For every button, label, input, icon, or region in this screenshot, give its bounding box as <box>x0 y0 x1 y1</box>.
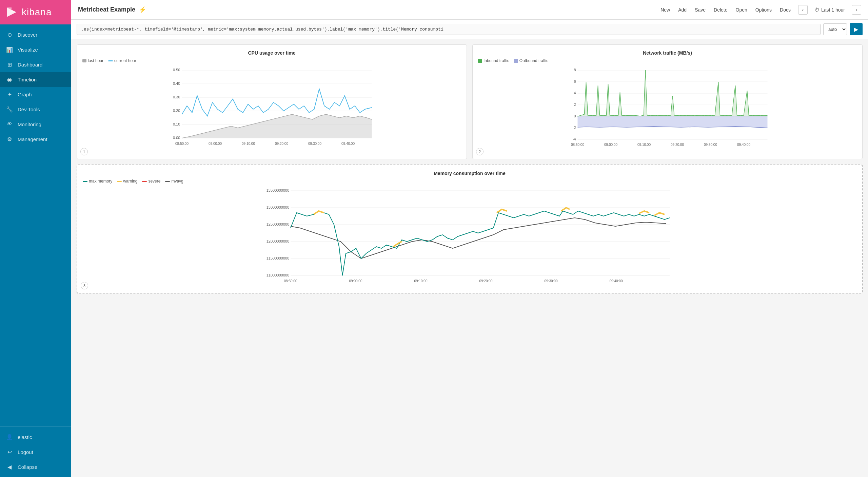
legend-label: current hour <box>114 58 136 63</box>
network-chart-svg-container: 8 6 4 2 0 -2 -4 <box>478 65 857 153</box>
query-bar: auto ▶ <box>71 20 868 39</box>
network-legend: Inbound traffic Outbound traffic <box>478 58 857 63</box>
gear-icon: ⚙ <box>6 136 13 142</box>
sidebar-item-label: Monitoring <box>18 121 41 127</box>
svg-text:09:10:00: 09:10:00 <box>637 143 651 147</box>
svg-text:09:30:00: 09:30:00 <box>545 279 558 283</box>
sidebar-item-label: Timelion <box>18 77 37 82</box>
sidebar-item-dashboard[interactable]: ⊞ Dashboard <box>0 57 71 72</box>
sidebar-nav: ⊙ Discover 📊 Visualize ⊞ Dashboard ◉ Tim… <box>0 24 71 426</box>
eye-icon: 👁 <box>6 121 13 128</box>
graph-icon: ✦ <box>6 91 13 98</box>
header-bar: Metricbeat Example ⚡ New Add Save Delete… <box>71 0 868 20</box>
svg-text:13500000000: 13500000000 <box>267 188 289 192</box>
main-content: Metricbeat Example ⚡ New Add Save Delete… <box>71 0 868 477</box>
legend-label: Outbound traffic <box>519 58 548 63</box>
legend-inbound: Inbound traffic <box>478 58 509 63</box>
sidebar-item-management[interactable]: ⚙ Management <box>0 132 71 147</box>
arrow-left-icon: ◀ <box>6 463 13 470</box>
sidebar-item-label: Logout <box>18 449 33 455</box>
sidebar-item-graph[interactable]: ✦ Graph <box>0 87 71 102</box>
legend-label: severe <box>148 179 160 184</box>
clock-icon: ⏱ <box>814 7 819 13</box>
query-input[interactable] <box>77 24 821 35</box>
svg-text:09:30:00: 09:30:00 <box>308 142 321 146</box>
legend-label: last hour <box>88 58 103 63</box>
svg-text:0.40: 0.40 <box>173 81 180 85</box>
run-button[interactable]: ▶ <box>850 23 863 35</box>
svg-text:09:00:00: 09:00:00 <box>349 279 362 283</box>
sidebar-item-collapse[interactable]: ◀ Collapse <box>0 459 71 474</box>
svg-text:0: 0 <box>574 114 576 118</box>
svg-text:0.20: 0.20 <box>173 109 180 113</box>
legend-last-hour: last hour <box>82 58 103 63</box>
cpu-chart-svg-container: 0.50 0.40 0.30 0.20 0.10 0.00 <box>82 65 461 153</box>
auto-select[interactable]: auto <box>823 23 847 35</box>
legend-mvavg: mvavg <box>165 179 183 184</box>
user-icon: 👤 <box>6 434 13 440</box>
sidebar-bottom: 👤 elastic ↩ Logout ◀ Collapse <box>0 426 71 477</box>
network-chart-panel: Network traffic (MB/s) Inbound traffic O… <box>472 44 863 159</box>
svg-text:2: 2 <box>574 102 576 107</box>
run-icon: ▶ <box>854 26 858 33</box>
svg-text:13000000000: 13000000000 <box>267 205 289 209</box>
memory-chart-title: Memory consumption over time <box>83 171 856 176</box>
svg-text:08:50:00: 08:50:00 <box>175 142 189 146</box>
top-charts-row: CPU usage over time last hour current ho… <box>77 44 863 159</box>
cpu-chart-panel: CPU usage over time last hour current ho… <box>77 44 467 159</box>
svg-text:-4: -4 <box>573 137 576 141</box>
svg-text:09:10:00: 09:10:00 <box>414 279 428 283</box>
sidebar-item-visualize[interactable]: 📊 Visualize <box>0 42 71 57</box>
sidebar-item-devtools[interactable]: 🔧 Dev Tools <box>0 102 71 117</box>
logout-icon: ↩ <box>6 449 13 455</box>
svg-text:4: 4 <box>574 91 576 95</box>
svg-text:0.30: 0.30 <box>173 95 180 99</box>
grid-icon: ⊞ <box>6 61 13 68</box>
options-button[interactable]: Options <box>755 6 772 14</box>
compass-icon: ⊙ <box>6 31 13 38</box>
sidebar-item-user[interactable]: 👤 elastic <box>0 430 71 444</box>
sidebar-item-label: Visualize <box>18 47 38 53</box>
svg-text:08:50:00: 08:50:00 <box>571 143 584 147</box>
sidebar-item-label: Dashboard <box>18 62 42 68</box>
svg-text:8: 8 <box>574 68 576 72</box>
sidebar: kibana ⊙ Discover 📊 Visualize ⊞ Dashboar… <box>0 0 71 477</box>
logo-text: kibana <box>22 7 52 18</box>
page-title: Metricbeat Example <box>78 6 135 13</box>
sidebar-item-monitoring[interactable]: 👁 Monitoring <box>0 117 71 132</box>
svg-text:09:40:00: 09:40:00 <box>737 143 750 147</box>
svg-text:0.00: 0.00 <box>173 136 180 140</box>
legend-label: Inbound traffic <box>484 58 509 63</box>
sidebar-item-label: elastic <box>18 434 32 440</box>
sidebar-item-logout[interactable]: ↩ Logout <box>0 444 71 459</box>
docs-button[interactable]: Docs <box>779 6 791 14</box>
open-button[interactable]: Open <box>735 6 748 14</box>
save-button[interactable]: Save <box>694 6 706 14</box>
time-selector[interactable]: ⏱ Last 1 hour <box>814 7 845 13</box>
sidebar-item-timelion[interactable]: ◉ Timelion <box>0 72 71 87</box>
sidebar-item-label: Management <box>18 136 47 142</box>
svg-text:11500000000: 11500000000 <box>267 256 289 260</box>
add-button[interactable]: Add <box>677 6 687 14</box>
sidebar-item-discover[interactable]: ⊙ Discover <box>0 27 71 42</box>
svg-text:0.10: 0.10 <box>173 122 180 126</box>
nav-next-button[interactable]: › <box>852 5 861 15</box>
legend-label: mvavg <box>171 179 183 184</box>
delete-button[interactable]: Delete <box>713 6 728 14</box>
kibana-logo-icon <box>5 6 18 18</box>
logo-area[interactable]: kibana <box>0 0 71 24</box>
svg-text:-2: -2 <box>573 126 576 130</box>
cpu-legend: last hour current hour <box>82 58 461 63</box>
svg-text:09:20:00: 09:20:00 <box>671 143 684 147</box>
legend-warning: warning <box>117 179 137 184</box>
header-actions: New Add Save Delete Open Options Docs ‹ … <box>660 5 861 15</box>
nav-prev-button[interactable]: ‹ <box>798 5 808 15</box>
new-button[interactable]: New <box>660 6 671 14</box>
bolt-icon: ⚡ <box>139 6 146 14</box>
legend-label: warning <box>123 179 137 184</box>
svg-text:11000000000: 11000000000 <box>267 273 289 277</box>
svg-text:0.50: 0.50 <box>173 68 180 72</box>
chart-badge-1: 1 <box>80 148 88 155</box>
memory-legend: max memory warning severe mvavg <box>83 179 856 184</box>
sidebar-item-label: Discover <box>18 32 37 38</box>
